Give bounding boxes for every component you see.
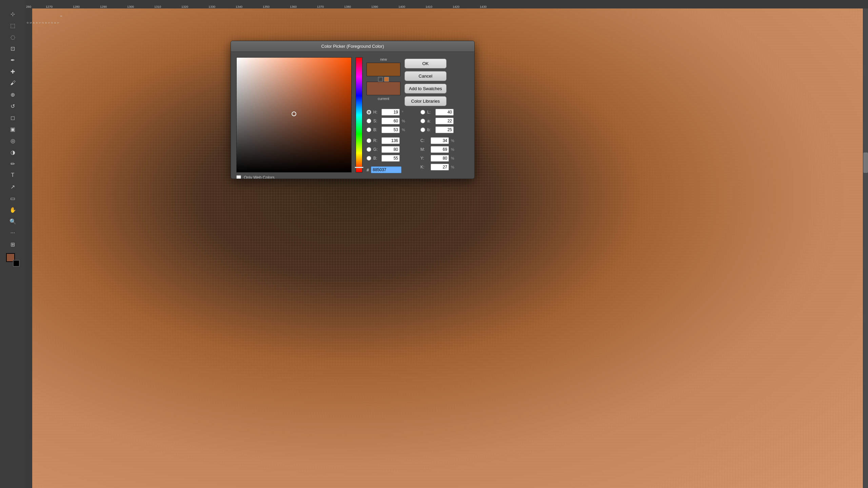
brush-tool[interactable]: 🖌	[7, 78, 18, 88]
text-tool[interactable]: T	[7, 170, 18, 181]
unit-m: %	[451, 147, 456, 151]
only-web-colors-checkbox[interactable]	[236, 175, 241, 179]
input-l[interactable]	[435, 109, 454, 116]
eraser-tool[interactable]: ◻	[7, 112, 18, 123]
input-blab[interactable]	[435, 126, 454, 133]
label-h: H:	[373, 110, 379, 115]
dodge-tool[interactable]: ◑	[7, 147, 18, 158]
scrollbar-handle[interactable]	[863, 152, 868, 173]
label-g: G:	[373, 147, 379, 152]
field-row-g: G:	[367, 146, 415, 153]
current-color-swatch[interactable]	[367, 82, 400, 95]
dialog-title: Color Picker (Foreground Color)	[321, 44, 384, 49]
unit-h: °	[402, 110, 407, 114]
color-field-container[interactable]: Only Web Colors	[236, 57, 352, 172]
input-k[interactable]	[431, 164, 449, 170]
hex-input[interactable]	[371, 166, 401, 173]
gradient-tool[interactable]: ▣	[7, 124, 18, 135]
input-g[interactable]	[381, 146, 400, 153]
field-row-blab: b:	[420, 126, 469, 133]
heal-tool[interactable]: ✚	[7, 66, 18, 77]
label-blab: b:	[427, 127, 433, 132]
hue-slider-container[interactable]	[356, 57, 362, 172]
new-swatch-label: new	[380, 57, 387, 61]
only-web-colors-row: Only Web Colors	[236, 175, 352, 179]
field-row-m: M: %	[420, 146, 469, 153]
ruler-mark: 260	[26, 5, 31, 8]
hue-slider[interactable]	[356, 57, 362, 172]
input-r[interactable]	[381, 137, 400, 144]
ruler-mark: 1270	[46, 5, 53, 8]
ruler-mark: 1380	[344, 5, 351, 8]
eyedropper-tool[interactable]: ✒	[7, 55, 18, 65]
label-c: C:	[420, 138, 429, 143]
crop-tool[interactable]: ⊡	[7, 43, 18, 54]
color-field[interactable]	[236, 57, 352, 172]
history-tool[interactable]: ↺	[7, 101, 18, 111]
dialog-titlebar: Color Picker (Foreground Color)	[231, 41, 474, 52]
fields-left: H: ° S: % B:	[367, 109, 415, 173]
radio-blue[interactable]	[367, 156, 371, 161]
ruler-mark: 1290	[100, 5, 107, 8]
color-picker-dialog: Color Picker (Foreground Color) Only Web…	[231, 41, 475, 179]
field-row-a: a:	[420, 118, 469, 124]
right-scrollbar[interactable]	[863, 8, 868, 488]
unit-c: %	[451, 139, 456, 143]
radio-a[interactable]	[420, 119, 425, 123]
current-swatch-label: current	[378, 97, 389, 101]
ruler-mark: 1370	[317, 5, 324, 8]
radio-b[interactable]	[367, 127, 371, 132]
label-s: S:	[373, 119, 379, 123]
zoom-tool[interactable]: 🔍	[7, 216, 18, 227]
unit-b: %	[402, 128, 407, 132]
ruler-mark: 1400	[398, 5, 405, 8]
input-b[interactable]	[381, 126, 400, 133]
pen-tool[interactable]: ✏	[7, 158, 18, 169]
label-b: B:	[373, 127, 379, 132]
hand-tool[interactable]: ✋	[7, 204, 18, 215]
ruler-top: 260 1270 1280 1290 1300 1310 1320 1330 1…	[25, 0, 868, 8]
ok-button[interactable]: OK	[405, 59, 447, 68]
input-y[interactable]	[431, 155, 449, 162]
extra-options[interactable]: ⊞	[7, 239, 18, 250]
dialog-buttons: OK Cancel Add to Swatches Color Librarie…	[405, 59, 447, 106]
ruler-mark: 1330	[209, 5, 215, 8]
background-color-swatch[interactable]	[13, 260, 20, 267]
ruler-mark: 1320	[181, 5, 188, 8]
cancel-button[interactable]: Cancel	[405, 71, 447, 81]
field-row-k: K: %	[420, 164, 469, 170]
input-c[interactable]	[431, 137, 449, 144]
radio-blab[interactable]	[420, 127, 425, 132]
clone-tool[interactable]: ⊕	[7, 89, 18, 100]
select-tool[interactable]: ⬚	[7, 20, 18, 31]
fields-section: H: ° S: % B:	[367, 109, 469, 173]
add-to-swatches-button[interactable]: Add to Swatches	[405, 84, 447, 94]
path-tool[interactable]: ↗	[7, 181, 18, 192]
color-swatches-container: new ⬛ current	[367, 57, 400, 105]
shape-tool[interactable]: ▭	[7, 193, 18, 204]
radio-g[interactable]	[367, 147, 371, 152]
ruler-mark: 1420	[453, 5, 459, 8]
field-row-h: H: °	[367, 109, 415, 116]
new-color-swatch[interactable]	[367, 63, 400, 76]
fields-right: L: a: b:	[420, 109, 469, 173]
extra-tools[interactable]: ···	[7, 227, 18, 238]
move-tool[interactable]: ⊹	[7, 8, 18, 19]
input-a[interactable]	[435, 118, 454, 124]
foreground-background-colors[interactable]	[6, 253, 20, 267]
blur-tool[interactable]: ◎	[7, 135, 18, 146]
radio-h[interactable]	[367, 110, 371, 115]
unit-k: %	[451, 165, 456, 169]
input-h[interactable]	[381, 109, 400, 116]
input-s[interactable]	[381, 118, 400, 124]
swatch-small-icon	[384, 77, 389, 82]
field-row-c: C: %	[420, 137, 469, 144]
input-blue[interactable]	[381, 155, 400, 162]
radio-r[interactable]	[367, 138, 371, 143]
radio-l[interactable]	[420, 110, 425, 115]
radio-s[interactable]	[367, 119, 371, 123]
lasso-tool[interactable]: ◌	[7, 32, 18, 42]
hex-row: #	[367, 166, 415, 173]
input-m[interactable]	[431, 146, 449, 153]
color-libraries-button[interactable]: Color Libraries	[405, 96, 447, 106]
